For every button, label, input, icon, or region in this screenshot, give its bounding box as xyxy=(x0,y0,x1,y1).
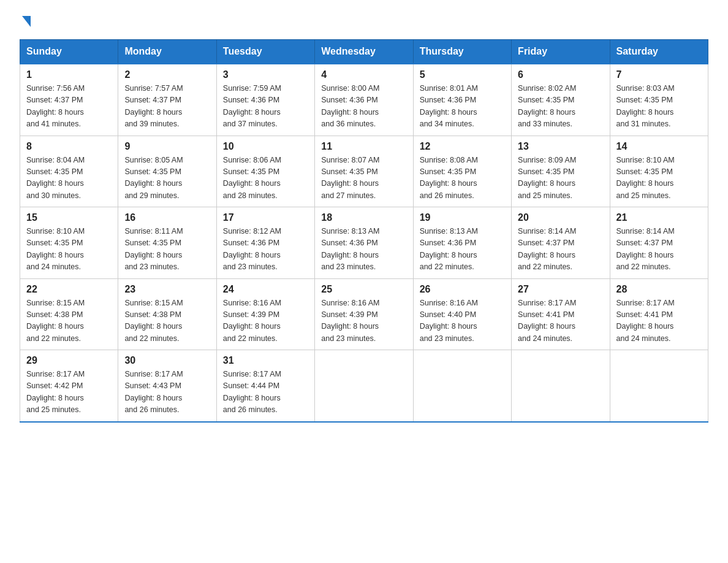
cell-info: Sunrise: 7:56 AMSunset: 4:37 PMDaylight:… xyxy=(26,83,112,131)
cell-info: Sunrise: 8:13 AMSunset: 4:36 PMDaylight:… xyxy=(420,226,505,274)
cell-info: Sunrise: 8:17 AMSunset: 4:41 PMDaylight:… xyxy=(616,297,702,345)
cell-info: Sunrise: 8:16 AMSunset: 4:39 PMDaylight:… xyxy=(321,297,406,345)
calendar-week-1: 1Sunrise: 7:56 AMSunset: 4:37 PMDaylight… xyxy=(20,64,708,136)
cell-info: Sunrise: 8:13 AMSunset: 4:36 PMDaylight:… xyxy=(321,226,406,274)
calendar-cell: 10Sunrise: 8:06 AMSunset: 4:35 PMDayligh… xyxy=(216,136,314,207)
cell-info: Sunrise: 8:01 AMSunset: 4:36 PMDaylight:… xyxy=(420,83,505,131)
header-day-friday: Friday xyxy=(512,40,610,64)
day-number: 23 xyxy=(124,284,210,295)
day-number: 27 xyxy=(518,284,603,295)
calendar-cell: 13Sunrise: 8:09 AMSunset: 4:35 PMDayligh… xyxy=(512,136,610,207)
cell-info: Sunrise: 8:11 AMSunset: 4:35 PMDaylight:… xyxy=(124,226,210,274)
calendar-cell: 16Sunrise: 8:11 AMSunset: 4:35 PMDayligh… xyxy=(118,207,216,279)
cell-info: Sunrise: 8:04 AMSunset: 4:35 PMDaylight:… xyxy=(26,155,112,202)
calendar-cell: 2Sunrise: 7:57 AMSunset: 4:37 PMDaylight… xyxy=(118,64,216,136)
cell-info: Sunrise: 8:16 AMSunset: 4:40 PMDaylight:… xyxy=(420,297,505,345)
day-number: 8 xyxy=(26,141,112,152)
calendar-cell xyxy=(512,350,610,422)
calendar-cell: 4Sunrise: 8:00 AMSunset: 4:36 PMDaylight… xyxy=(315,64,413,136)
day-number: 14 xyxy=(616,141,702,152)
calendar-cell: 14Sunrise: 8:10 AMSunset: 4:35 PMDayligh… xyxy=(610,136,708,207)
calendar-cell xyxy=(610,350,708,422)
cell-info: Sunrise: 8:15 AMSunset: 4:38 PMDaylight:… xyxy=(124,297,210,345)
calendar-header-row: SundayMondayTuesdayWednesdayThursdayFrid… xyxy=(20,40,708,64)
cell-info: Sunrise: 8:14 AMSunset: 4:37 PMDaylight:… xyxy=(616,226,702,274)
logo xyxy=(20,15,31,27)
day-number: 16 xyxy=(124,212,210,223)
day-number: 22 xyxy=(26,284,112,295)
day-number: 7 xyxy=(616,69,702,80)
day-number: 25 xyxy=(321,284,406,295)
calendar-cell: 15Sunrise: 8:10 AMSunset: 4:35 PMDayligh… xyxy=(20,207,118,279)
day-number: 9 xyxy=(124,141,210,152)
calendar-cell: 1Sunrise: 7:56 AMSunset: 4:37 PMDaylight… xyxy=(20,64,118,136)
day-number: 1 xyxy=(26,69,112,80)
cell-info: Sunrise: 8:07 AMSunset: 4:35 PMDaylight:… xyxy=(321,155,406,202)
cell-info: Sunrise: 8:08 AMSunset: 4:35 PMDaylight:… xyxy=(420,155,505,202)
calendar-cell: 30Sunrise: 8:17 AMSunset: 4:43 PMDayligh… xyxy=(118,350,216,422)
day-number: 30 xyxy=(124,355,210,366)
calendar-cell: 26Sunrise: 8:16 AMSunset: 4:40 PMDayligh… xyxy=(413,278,511,350)
cell-info: Sunrise: 8:17 AMSunset: 4:43 PMDaylight:… xyxy=(124,369,210,416)
page-header xyxy=(20,15,708,27)
calendar-week-5: 29Sunrise: 8:17 AMSunset: 4:42 PMDayligh… xyxy=(20,350,708,422)
cell-info: Sunrise: 8:00 AMSunset: 4:36 PMDaylight:… xyxy=(321,83,406,131)
cell-info: Sunrise: 8:15 AMSunset: 4:38 PMDaylight:… xyxy=(26,297,112,345)
cell-info: Sunrise: 8:06 AMSunset: 4:35 PMDaylight:… xyxy=(223,155,308,202)
cell-info: Sunrise: 8:17 AMSunset: 4:42 PMDaylight:… xyxy=(26,369,112,416)
cell-info: Sunrise: 8:09 AMSunset: 4:35 PMDaylight:… xyxy=(518,155,603,202)
cell-info: Sunrise: 7:59 AMSunset: 4:36 PMDaylight:… xyxy=(223,83,308,131)
calendar-cell: 6Sunrise: 8:02 AMSunset: 4:35 PMDaylight… xyxy=(512,64,610,136)
day-number: 12 xyxy=(420,141,505,152)
cell-info: Sunrise: 8:17 AMSunset: 4:41 PMDaylight:… xyxy=(518,297,603,345)
day-number: 21 xyxy=(616,212,702,223)
calendar-cell: 25Sunrise: 8:16 AMSunset: 4:39 PMDayligh… xyxy=(315,278,413,350)
calendar-cell: 18Sunrise: 8:13 AMSunset: 4:36 PMDayligh… xyxy=(315,207,413,279)
cell-info: Sunrise: 8:10 AMSunset: 4:35 PMDaylight:… xyxy=(26,226,112,274)
calendar-cell: 23Sunrise: 8:15 AMSunset: 4:38 PMDayligh… xyxy=(118,278,216,350)
calendar-cell: 20Sunrise: 8:14 AMSunset: 4:37 PMDayligh… xyxy=(512,207,610,279)
calendar-week-2: 8Sunrise: 8:04 AMSunset: 4:35 PMDaylight… xyxy=(20,136,708,207)
calendar-cell: 12Sunrise: 8:08 AMSunset: 4:35 PMDayligh… xyxy=(413,136,511,207)
day-number: 18 xyxy=(321,212,406,223)
calendar-cell: 28Sunrise: 8:17 AMSunset: 4:41 PMDayligh… xyxy=(610,278,708,350)
calendar-week-4: 22Sunrise: 8:15 AMSunset: 4:38 PMDayligh… xyxy=(20,278,708,350)
cell-info: Sunrise: 8:03 AMSunset: 4:35 PMDaylight:… xyxy=(616,83,702,131)
calendar-cell: 29Sunrise: 8:17 AMSunset: 4:42 PMDayligh… xyxy=(20,350,118,422)
day-number: 4 xyxy=(321,69,406,80)
cell-info: Sunrise: 8:16 AMSunset: 4:39 PMDaylight:… xyxy=(223,297,308,345)
cell-info: Sunrise: 8:10 AMSunset: 4:35 PMDaylight:… xyxy=(616,155,702,202)
day-number: 20 xyxy=(518,212,603,223)
calendar-cell: 31Sunrise: 8:17 AMSunset: 4:44 PMDayligh… xyxy=(216,350,314,422)
day-number: 26 xyxy=(420,284,505,295)
day-number: 11 xyxy=(321,141,406,152)
calendar-cell xyxy=(413,350,511,422)
calendar-table: SundayMondayTuesdayWednesdayThursdayFrid… xyxy=(20,39,708,423)
calendar-cell: 22Sunrise: 8:15 AMSunset: 4:38 PMDayligh… xyxy=(20,278,118,350)
day-number: 3 xyxy=(223,69,308,80)
header-day-monday: Monday xyxy=(118,40,216,64)
cell-info: Sunrise: 8:14 AMSunset: 4:37 PMDaylight:… xyxy=(518,226,603,274)
cell-info: Sunrise: 7:57 AMSunset: 4:37 PMDaylight:… xyxy=(124,83,210,131)
cell-info: Sunrise: 8:02 AMSunset: 4:35 PMDaylight:… xyxy=(518,83,603,131)
day-number: 24 xyxy=(223,284,308,295)
day-number: 17 xyxy=(223,212,308,223)
header-day-tuesday: Tuesday xyxy=(216,40,314,64)
header-day-thursday: Thursday xyxy=(413,40,511,64)
header-day-saturday: Saturday xyxy=(610,40,708,64)
day-number: 28 xyxy=(616,284,702,295)
cell-info: Sunrise: 8:05 AMSunset: 4:35 PMDaylight:… xyxy=(124,155,210,202)
cell-info: Sunrise: 8:17 AMSunset: 4:44 PMDaylight:… xyxy=(223,369,308,416)
calendar-cell: 9Sunrise: 8:05 AMSunset: 4:35 PMDaylight… xyxy=(118,136,216,207)
day-number: 13 xyxy=(518,141,603,152)
calendar-week-3: 15Sunrise: 8:10 AMSunset: 4:35 PMDayligh… xyxy=(20,207,708,279)
day-number: 31 xyxy=(223,355,308,366)
cell-info: Sunrise: 8:12 AMSunset: 4:36 PMDaylight:… xyxy=(223,226,308,274)
header-day-wednesday: Wednesday xyxy=(315,40,413,64)
calendar-cell: 21Sunrise: 8:14 AMSunset: 4:37 PMDayligh… xyxy=(610,207,708,279)
calendar-cell: 27Sunrise: 8:17 AMSunset: 4:41 PMDayligh… xyxy=(512,278,610,350)
day-number: 6 xyxy=(518,69,603,80)
logo-triangle-icon xyxy=(22,16,31,27)
calendar-cell: 11Sunrise: 8:07 AMSunset: 4:35 PMDayligh… xyxy=(315,136,413,207)
calendar-cell: 19Sunrise: 8:13 AMSunset: 4:36 PMDayligh… xyxy=(413,207,511,279)
